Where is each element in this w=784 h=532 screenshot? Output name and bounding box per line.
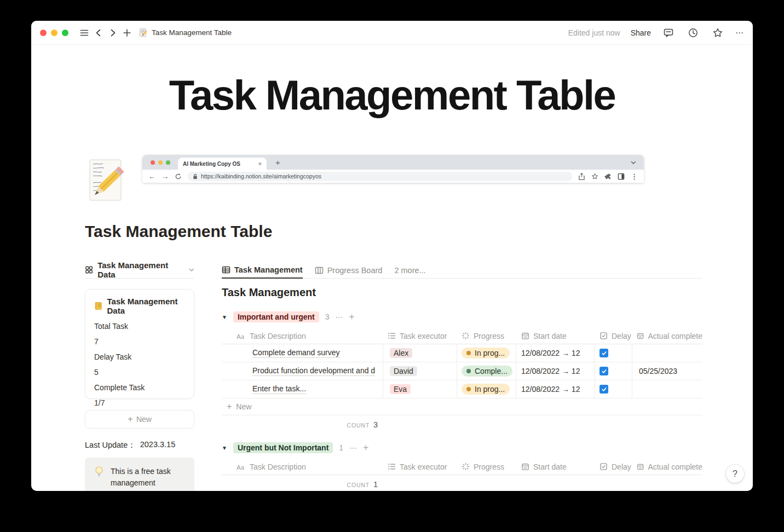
tab-close-icon: × — [258, 160, 262, 167]
delay-checkbox-checked[interactable] — [599, 367, 608, 375]
browser-forward-icon: → — [162, 173, 169, 180]
plus-icon: + — [128, 414, 133, 425]
comments-icon[interactable] — [661, 26, 676, 40]
table-row: Complete demand survey Alex In prog... 1… — [222, 344, 702, 362]
column-task-executor[interactable]: Task executor — [383, 459, 457, 475]
column-actual-complete[interactable]: Actual complete — [632, 328, 702, 344]
nav-forward-icon[interactable] — [106, 26, 120, 40]
group-tag[interactable]: Important and urgent — [233, 311, 319, 322]
cover-title: Task Management Table — [31, 73, 753, 117]
lightbulb-icon — [94, 466, 105, 478]
start-date-cell: 12/08/2022 → 12 — [516, 362, 595, 380]
database-view: Task Management Progress Board 2 more...… — [222, 262, 702, 491]
left-panel: Task Management Data Task Management Dat… — [85, 262, 194, 491]
browser-chevron-down-icon — [630, 159, 637, 166]
start-date-cell: 12/08/2022 → 12 — [516, 380, 595, 398]
calendar-icon — [521, 332, 529, 340]
breadcrumb[interactable]: Task Management Table — [139, 28, 232, 37]
start-date-cell: 12/08/2022 → 12 — [516, 344, 595, 362]
new-row-button[interactable]: + New — [222, 398, 702, 415]
text-property-icon: Aa — [237, 333, 246, 339]
edited-status: Edited just now — [568, 28, 620, 37]
delay-checkbox-checked[interactable] — [599, 385, 608, 394]
column-start-date[interactable]: Start date — [516, 328, 595, 344]
column-start-date[interactable]: Start date — [516, 459, 595, 475]
list-property-icon — [388, 462, 396, 471]
svg-text:Aa: Aa — [237, 464, 245, 470]
group-aggregate[interactable]: COUNT 1 — [222, 475, 383, 491]
sidebar-toggle-icon[interactable] — [77, 26, 91, 40]
calendar-icon — [637, 462, 644, 471]
column-task-executor[interactable]: Task executor — [383, 328, 457, 344]
plus-icon: + — [227, 402, 232, 412]
checkbox-property-icon — [599, 462, 608, 471]
close-window-button[interactable] — [40, 30, 47, 36]
tab-progress-board[interactable]: Progress Board — [315, 262, 383, 279]
url-text: https://kaibinding.notion.site/aimarketi… — [201, 173, 321, 180]
browser-address-bar: https://kaibinding.notion.site/aimarketi… — [188, 172, 572, 181]
callout-text: This is a free task management system. — [111, 466, 177, 491]
stats-card[interactable]: Task Management Data Total Task 7 Delay … — [85, 289, 194, 399]
help-button[interactable]: ? — [726, 465, 744, 483]
group-count: 1 — [339, 443, 343, 452]
status-spinner-icon — [462, 332, 470, 340]
group-add-icon[interactable]: + — [363, 442, 368, 453]
progress-tag: In prog... — [462, 384, 510, 395]
page-title: Task Management Table — [85, 222, 272, 241]
titlebar: Task Management Table Edited just now Sh… — [31, 21, 753, 45]
column-progress[interactable]: Progress — [457, 459, 516, 475]
delay-checkbox-checked[interactable] — [599, 349, 608, 357]
share-button[interactable]: Share — [631, 28, 651, 37]
tab-more-views[interactable]: 2 more... — [394, 262, 425, 279]
group-options-icon[interactable]: ⋯ — [335, 313, 343, 321]
traffic-lights — [40, 30, 68, 36]
view-tabs: Task Management Progress Board 2 more... — [222, 262, 702, 279]
collapse-triangle-icon[interactable]: ▼ — [222, 314, 227, 320]
favorite-star-icon[interactable] — [711, 26, 725, 40]
last-update: Last Update： 2023.3.15 — [85, 440, 194, 450]
ledger-notebook-icon — [94, 301, 102, 311]
group-aggregate[interactable]: COUNT 3 — [222, 415, 383, 434]
column-task-description[interactable]: Aa Task Description — [222, 328, 383, 344]
history-clock-icon[interactable] — [686, 26, 700, 40]
tab-task-management[interactable]: Task Management — [222, 262, 303, 279]
group-options-icon[interactable]: ⋯ — [349, 443, 357, 452]
status-dot — [466, 351, 471, 355]
task-title-link[interactable]: Product function development and d — [252, 366, 375, 376]
actual-complete-cell: 05/25/2023 — [632, 362, 702, 380]
browser-screenshot-embed[interactable]: AI Marketing Copy OS × + ← → https://kai… — [142, 155, 644, 183]
table-row: Enter the task... Eva In prog... 12/08/2… — [222, 380, 702, 398]
table-header-row: Aa Task Description Task executor Progre… — [222, 328, 702, 344]
minimize-window-button[interactable] — [51, 30, 57, 36]
view-selector[interactable]: Task Management Data — [85, 262, 194, 279]
column-progress[interactable]: Progress — [457, 328, 516, 344]
browser-tab: AI Marketing Copy OS × — [178, 158, 267, 170]
stat-label: Complete Task — [94, 383, 185, 392]
zoom-window-button[interactable] — [62, 30, 68, 36]
stat-value: 7 — [94, 337, 185, 346]
collapse-triangle-icon[interactable]: ▼ — [222, 445, 227, 451]
lock-icon — [193, 174, 198, 180]
actual-complete-cell — [632, 380, 702, 398]
executor-tag: David — [390, 366, 417, 376]
more-options-icon[interactable]: ⋯ — [735, 28, 744, 38]
column-delay[interactable]: Delay — [595, 328, 632, 344]
new-tab-icon[interactable] — [120, 26, 134, 40]
last-update-label: Last Update： — [85, 440, 136, 450]
table-view-icon — [222, 265, 230, 274]
group-tag[interactable]: Urgent but Not Important — [233, 442, 333, 453]
task-title-link[interactable]: Complete demand survey — [252, 348, 340, 358]
new-card-button[interactable]: + New — [85, 410, 194, 429]
grid-view-icon — [85, 265, 93, 274]
checkbox-property-icon — [599, 332, 608, 340]
extensions-puzzle-icon — [604, 173, 612, 180]
column-actual-complete[interactable]: Actual complete — [632, 459, 702, 475]
column-task-description[interactable]: Aa Task Description — [222, 459, 383, 475]
group-header-urgent-not-important: ▼ Urgent but Not Important 1 ⋯ + — [222, 441, 702, 454]
task-title-link[interactable]: Enter the task... — [252, 384, 306, 394]
browser-tabbar: AI Marketing Copy OS × + — [142, 155, 644, 170]
column-delay[interactable]: Delay — [595, 459, 632, 475]
group-add-icon[interactable]: + — [349, 311, 354, 322]
nav-back-icon[interactable] — [91, 26, 106, 40]
chevron-down-icon — [188, 267, 194, 273]
